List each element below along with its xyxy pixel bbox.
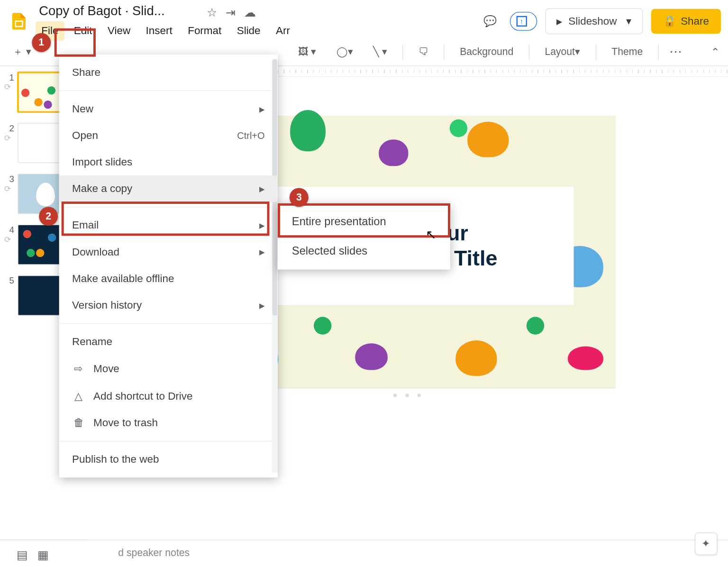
copy-selected-slides[interactable]: Selected slides: [278, 237, 450, 266]
layout-button[interactable]: Layout▾: [540, 43, 585, 60]
menu-label: Publish to the web: [72, 453, 159, 466]
menu-arrange[interactable]: Arr: [270, 21, 296, 40]
file-move-to-trash[interactable]: 🗑Move to trash: [59, 410, 278, 436]
present-dropdown[interactable]: ↑: [510, 12, 537, 31]
copy-entire-presentation[interactable]: Entire presentation: [278, 207, 450, 236]
file-open[interactable]: OpenCtrl+O: [59, 122, 278, 149]
menu-label: Download: [72, 246, 119, 258]
menu-label: Make available offline: [72, 273, 174, 285]
theme-button[interactable]: Theme: [607, 44, 647, 60]
menubar: File Edit View Insert Format Slide Arr: [36, 21, 478, 40]
file-publish-to-web[interactable]: Publish to the web: [59, 446, 278, 473]
file-rename[interactable]: Rename: [59, 329, 278, 355]
menu-label: New: [72, 103, 93, 115]
menu-edit[interactable]: Edit: [68, 21, 98, 40]
file-make-available-offline[interactable]: Make available offline: [59, 265, 278, 292]
file-new[interactable]: New▶: [59, 96, 278, 122]
menu-label: Import slides: [72, 156, 132, 168]
thumb-number: 4: [3, 225, 14, 235]
thumb-number: 3: [3, 174, 14, 184]
step-badge-2: 2: [39, 207, 58, 226]
transition-icon: ⟳: [4, 184, 11, 193]
thumb-number: 1: [3, 72, 14, 82]
file-email[interactable]: Email▶: [59, 212, 278, 239]
bottom-toolbar: ▤ ▦: [17, 548, 48, 562]
header: Copy of Bagot · Slid... ☆ ⇥ ☁ File Edit …: [0, 0, 728, 38]
notes-placeholder: d speaker notes: [118, 547, 190, 559]
cloud-status-icon[interactable]: ☁: [244, 5, 256, 19]
submenu-caret-icon: ▶: [259, 105, 264, 113]
menu-label: Add shortcut to Drive: [93, 390, 193, 402]
transition-icon: ⟳: [4, 133, 11, 143]
make-a-copy-submenu: Entire presentation Selected slides: [278, 203, 450, 270]
line-button[interactable]: ╲ ▾: [368, 43, 392, 60]
thumb-number: 5: [3, 275, 14, 285]
lock-icon: 🔒: [663, 15, 676, 27]
submenu-caret-icon: ▶: [259, 248, 264, 256]
star-icon[interactable]: ☆: [207, 5, 217, 19]
background-button[interactable]: Background: [455, 44, 518, 60]
file-make-a-copy[interactable]: Make a copy▶: [59, 175, 278, 202]
drive-shortcut-icon: △: [72, 390, 85, 402]
file-add-shortcut[interactable]: △Add shortcut to Drive: [59, 383, 278, 410]
trash-icon: 🗑: [72, 417, 85, 429]
step-badge-3: 3: [290, 188, 309, 207]
layout-label: Layout: [545, 46, 575, 57]
menu-label: Version history: [72, 299, 142, 311]
menu-slide[interactable]: Slide: [231, 21, 266, 40]
submenu-caret-icon: ▶: [259, 185, 264, 193]
file-version-history[interactable]: Version history▶: [59, 292, 278, 319]
menu-label: Email: [72, 219, 99, 232]
move-to-icon[interactable]: ⇥: [226, 5, 236, 19]
menu-label: Share: [72, 66, 100, 79]
submenu-caret-icon: ▶: [259, 301, 264, 309]
file-share[interactable]: Share: [59, 59, 278, 86]
shape-button[interactable]: ◯▾: [332, 43, 358, 60]
comment-button[interactable]: 🗨: [414, 44, 433, 60]
menu-view[interactable]: View: [101, 21, 136, 40]
shortcut-label: Ctrl+O: [237, 130, 264, 141]
menu-label: Open: [72, 129, 98, 142]
file-menu: Share New▶ OpenCtrl+O Import slides Make…: [59, 55, 278, 478]
share-button[interactable]: 🔒Share: [651, 9, 721, 34]
menu-label: Move to trash: [93, 417, 158, 429]
menu-label: Move: [93, 363, 119, 375]
collapse-toolbar-icon[interactable]: ⌃: [711, 45, 720, 58]
document-title[interactable]: Copy of Bagot · Slid...: [36, 2, 168, 19]
menu-label: Rename: [72, 336, 112, 348]
menu-label: Make a copy: [72, 183, 132, 195]
step-badge-1: 1: [32, 33, 51, 52]
thumb-number: 2: [3, 123, 14, 133]
svg-rect-1: [16, 22, 22, 26]
explore-button[interactable]: ✦: [695, 532, 717, 555]
slides-logo[interactable]: [7, 9, 31, 33]
speaker-notes[interactable]: d speaker notes: [0, 540, 728, 566]
file-download[interactable]: Download▶: [59, 239, 278, 265]
file-import-slides[interactable]: Import slides: [59, 149, 278, 175]
new-slide-button[interactable]: ＋ ▾: [8, 43, 36, 61]
slideshow-button[interactable]: ▶Slideshow▾: [546, 8, 643, 34]
transition-icon: ⟳: [4, 82, 11, 91]
cursor-icon: ↖: [426, 227, 436, 242]
grid-view-icon[interactable]: ▤: [17, 548, 28, 562]
share-label: Share: [681, 15, 709, 27]
menu-format[interactable]: Format: [182, 21, 228, 40]
transition-icon: ⟳: [4, 235, 11, 244]
image-button[interactable]: 🖼 ▾: [293, 43, 321, 60]
submenu-caret-icon: ▶: [259, 221, 264, 229]
comments-icon[interactable]: 💬: [478, 9, 501, 33]
toolbar-more[interactable]: ⋯: [669, 44, 683, 59]
move-icon: ⇨: [72, 362, 85, 375]
menu-insert[interactable]: Insert: [140, 21, 178, 40]
filmstrip-view-icon[interactable]: ▦: [37, 548, 49, 562]
slideshow-label: Slideshow: [568, 15, 617, 27]
file-move[interactable]: ⇨Move: [59, 355, 278, 382]
